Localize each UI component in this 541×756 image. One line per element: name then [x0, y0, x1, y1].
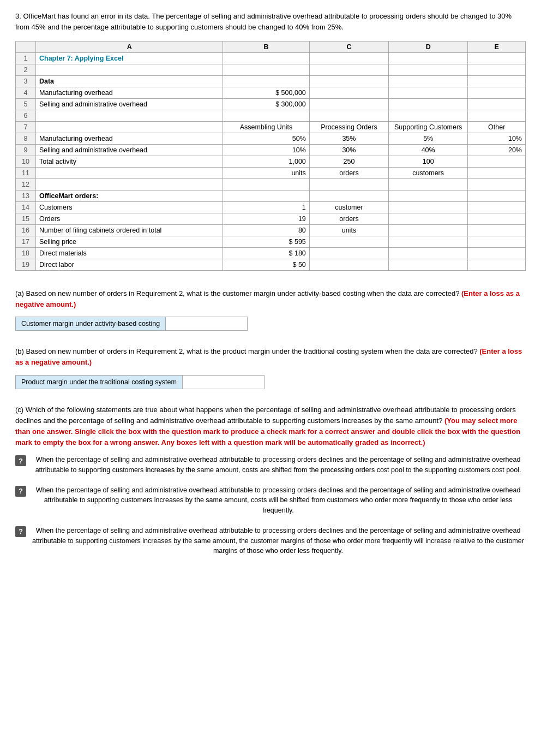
row-number: 1	[16, 53, 36, 64]
mc-option-2[interactable]: ?When the percentage of selling and admi…	[15, 485, 526, 516]
cell-a: Manufacturing overhead	[35, 133, 223, 145]
question-b-main: (b) Based on new number of orders in Req…	[15, 347, 478, 355]
cell-c	[309, 259, 388, 271]
cell-c	[309, 179, 388, 191]
cell-b: 19	[223, 213, 309, 225]
mc-text-1: When the percentage of selling and admin…	[31, 455, 526, 475]
cell-e	[468, 156, 526, 168]
cell-e	[468, 179, 526, 191]
question-a-input[interactable]	[166, 317, 248, 331]
row-number: 9	[16, 145, 36, 156]
question-c-main: (c) Which of the following statements ar…	[15, 406, 516, 425]
cell-e	[468, 53, 526, 64]
row-number: 19	[16, 259, 36, 271]
cell-e	[468, 76, 526, 87]
mc-option-1[interactable]: ?When the percentage of selling and admi…	[15, 455, 526, 475]
cell-a: Number of filing cabinets ordered in tot…	[35, 225, 223, 236]
cell-d	[389, 76, 468, 87]
cell-c	[309, 236, 388, 248]
cell-c	[309, 64, 388, 76]
cell-e	[468, 213, 526, 225]
row-number: 14	[16, 202, 36, 213]
mc-icon-3[interactable]: ?	[15, 526, 26, 537]
question-a-label: Customer margin under activity-based cos…	[15, 317, 166, 331]
row-number: 15	[16, 213, 36, 225]
cell-d	[389, 236, 468, 248]
mc-icon-2[interactable]: ?	[15, 486, 26, 497]
cell-b: 50%	[223, 133, 309, 145]
cell-e	[468, 202, 526, 213]
cell-e	[468, 64, 526, 76]
cell-c: customer	[309, 202, 388, 213]
question-b-block: (b) Based on new number of orders in Req…	[15, 346, 526, 389]
col-header-d: D	[389, 41, 468, 53]
cell-c	[309, 53, 388, 64]
col-header-a: A	[35, 41, 223, 53]
cell-e	[468, 225, 526, 236]
cell-c	[309, 99, 388, 110]
row-number: 8	[16, 133, 36, 145]
cell-d	[389, 248, 468, 259]
cell-b	[223, 179, 309, 191]
cell-e	[468, 259, 526, 271]
table-row: 14Customers1customer	[16, 202, 526, 213]
table-row: 18Direct materials$ 180	[16, 248, 526, 259]
table-row: 17Selling price$ 595	[16, 236, 526, 248]
table-row: 3Data	[16, 76, 526, 87]
mc-option-3[interactable]: ?When the percentage of selling and admi…	[15, 526, 526, 556]
cell-d	[389, 87, 468, 99]
cell-b: 1	[223, 202, 309, 213]
question-c-text: (c) Which of the following statements ar…	[15, 404, 526, 449]
cell-d	[389, 225, 468, 236]
question-a-text: (a) Based on new number of orders in Req…	[15, 288, 526, 310]
cell-e	[468, 110, 526, 122]
cell-b: $ 300,000	[223, 99, 309, 110]
cell-d: 100	[389, 156, 468, 168]
cell-b: units	[223, 168, 309, 179]
cell-d	[389, 202, 468, 213]
spreadsheet-table: A B C D E 1Chapter 7: Applying Excel23Da…	[15, 41, 526, 271]
row-number: 4	[16, 87, 36, 99]
cell-a	[35, 179, 223, 191]
cell-a: Selling and administrative overhead	[35, 145, 223, 156]
cell-d: customers	[389, 168, 468, 179]
cell-d: 40%	[389, 145, 468, 156]
mc-text-2: When the percentage of selling and admin…	[31, 485, 526, 516]
cell-e	[468, 248, 526, 259]
cell-d	[389, 64, 468, 76]
cell-a: Total activity	[35, 156, 223, 168]
col-header-rownum	[16, 41, 36, 53]
cell-d	[389, 99, 468, 110]
cell-d: 5%	[389, 133, 468, 145]
cell-e	[468, 87, 526, 99]
table-row: 19Direct labor$ 50	[16, 259, 526, 271]
cell-e: Other	[468, 122, 526, 133]
cell-a	[35, 122, 223, 133]
col-header-b: B	[223, 41, 309, 53]
cell-c	[309, 87, 388, 99]
cell-b: 1,000	[223, 156, 309, 168]
mc-icon-1[interactable]: ?	[15, 455, 26, 466]
mc-text-3: When the percentage of selling and admin…	[31, 526, 526, 556]
cell-e	[468, 236, 526, 248]
table-row: 1Chapter 7: Applying Excel	[16, 53, 526, 64]
cell-c	[309, 191, 388, 202]
cell-a: Direct labor	[35, 259, 223, 271]
cell-a	[35, 168, 223, 179]
question-b-input[interactable]	[183, 375, 265, 389]
question-c-block: (c) Which of the following statements ar…	[15, 404, 526, 557]
cell-a: Data	[35, 76, 223, 87]
row-number: 11	[16, 168, 36, 179]
cell-b: 80	[223, 225, 309, 236]
question-b-text: (b) Based on new number of orders in Req…	[15, 346, 526, 368]
cell-a: OfficeMart orders:	[35, 191, 223, 202]
cell-b: 10%	[223, 145, 309, 156]
question-a-main: (a) Based on new number of orders in Req…	[15, 289, 459, 297]
cell-b: $ 180	[223, 248, 309, 259]
table-row: 15Orders19orders	[16, 213, 526, 225]
cell-c: 250	[309, 156, 388, 168]
cell-b: $ 500,000	[223, 87, 309, 99]
table-row: 5Selling and administrative overhead$ 30…	[16, 99, 526, 110]
cell-b	[223, 191, 309, 202]
table-row: 4Manufacturing overhead$ 500,000	[16, 87, 526, 99]
